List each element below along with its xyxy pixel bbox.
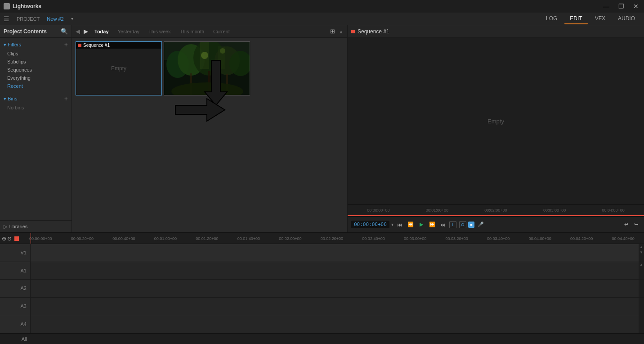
track-content-a3[interactable] [31, 298, 639, 315]
sidebar-item-sequences[interactable]: Sequences [0, 66, 72, 74]
timeline-bottom: All [0, 333, 644, 344]
filters-section: ▾ Filters + Clips Subclips Sequences Eve… [0, 38, 72, 92]
track-label-v1: V1 [0, 244, 31, 262]
libraries-section[interactable]: ▷ Libraries [0, 220, 72, 232]
track-v1-scroll-down[interactable]: ▼ [639, 249, 644, 255]
timeline-playhead [31, 233, 31, 244]
tab-audio[interactable]: AUDIO [613, 14, 640, 24]
tab-vfx[interactable]: VFX [590, 14, 611, 24]
track-v1-scroll-up[interactable]: ▲ [639, 244, 644, 249]
sidebar-item-everything[interactable]: Everything [0, 74, 72, 82]
maximize-button[interactable]: ❐ [617, 2, 626, 11]
ruler-mark-10: 00:03:20+00 [436, 236, 478, 241]
ruler-mark-2: 00:00:40+00 [103, 236, 145, 241]
tc-mark-2: 00:02:00+00 [467, 208, 525, 213]
search-icon[interactable]: 🔍 [61, 28, 68, 35]
timeline: ⊕ ⊖ 00:00:00+00 00:00:20+00 00:00:40+00 … [0, 232, 644, 344]
view-toggle-button[interactable]: ⊞ [330, 28, 335, 35]
filters-add-button[interactable]: + [64, 41, 68, 48]
libraries-label: ▷ [4, 224, 9, 229]
track-content-a4[interactable] [31, 315, 639, 333]
sidebar-item-subclips[interactable]: Subclips [0, 58, 72, 66]
filter-yesterday[interactable]: Yesterday [115, 28, 143, 35]
ruler-mark-1: 00:00:20+00 [62, 236, 103, 241]
sidebar-header: Project Contents 🔍 [0, 25, 72, 38]
track-row-a2: A2 [0, 280, 644, 298]
sidebar-item-clips[interactable]: Clips [0, 50, 72, 58]
all-label: All [0, 336, 31, 342]
nav-forward-button[interactable]: ▶ [84, 28, 88, 35]
filters-header: ▾ Filters + [0, 40, 72, 50]
filters-label[interactable]: ▾ Filters [4, 42, 21, 48]
zoom-controls: ⊕ ⊖ [0, 235, 13, 242]
svg-point-14 [201, 52, 208, 59]
preview-header: Sequence #1 [348, 25, 644, 38]
step-forward-button[interactable]: ⏩ [428, 220, 437, 229]
project-name[interactable]: New #2 [47, 16, 63, 22]
clip-label-sequence-1: Sequence #1 [76, 42, 161, 49]
track-content-v1[interactable] [31, 244, 639, 262]
redo-button[interactable]: ↪ [631, 220, 640, 229]
clip-sequence-1[interactable]: Sequence #1 Empty [76, 41, 162, 95]
go-to-start-button[interactable]: ⏮ [395, 220, 404, 229]
filter-this-week[interactable]: This week [146, 28, 174, 35]
undo-redo: ↩ ↪ [622, 220, 640, 229]
audio-button[interactable]: 🎤 [476, 220, 485, 229]
scroll-up-button[interactable]: ▲ [339, 29, 344, 34]
app-menu-icon[interactable]: ☰ [4, 15, 9, 23]
minimize-button[interactable]: — [601, 2, 611, 11]
svg-marker-17 [175, 99, 225, 121]
titlebar-controls: — ❐ ✕ [601, 2, 640, 11]
svg-rect-13 [164, 42, 250, 95]
ruler-mark-13: 00:04:20+00 [561, 236, 603, 241]
track-a1-scroll-up[interactable]: ▲ [639, 262, 644, 267]
tc-mark-1: 00:01:00+00 [408, 208, 466, 213]
close-button[interactable]: ✕ [631, 2, 640, 11]
tc-mark-0: 00:00:00+00 [349, 208, 407, 213]
undo-button[interactable]: ↩ [622, 220, 631, 229]
track-row-v1: V1 ▲ ▼ [0, 244, 644, 262]
timeline-red-marker [14, 236, 19, 241]
project-dropdown-icon[interactable]: ▾ [71, 16, 73, 21]
preview-red-dot [351, 30, 355, 33]
tab-log[interactable]: LOG [541, 14, 563, 24]
sidebar-item-recent[interactable]: Recent [0, 82, 72, 90]
timecode-display[interactable]: 00:00:00+00 [351, 221, 389, 228]
project-label: PROJECT [17, 16, 40, 22]
filter-today[interactable]: Today [92, 28, 112, 35]
bins-add-button[interactable]: + [64, 95, 68, 102]
filter-current[interactable]: Current [210, 28, 233, 35]
timecode-dropdown-icon[interactable]: ▾ [391, 222, 394, 227]
clip-button[interactable]: ■ [468, 222, 474, 228]
clip-nature-video[interactable]: 1 minute relaxing video with nature - A … [164, 41, 250, 95]
ruler-mark-0: 00:00:00+00 [20, 236, 62, 241]
track-label-a4: A4 [0, 315, 31, 333]
ruler-mark-12: 00:04:00+00 [519, 236, 561, 241]
preview-screen: Empty [348, 38, 644, 204]
timeline-ruler: ⊕ ⊖ 00:00:00+00 00:00:20+00 00:00:40+00 … [0, 233, 644, 244]
filter-this-month[interactable]: This month [177, 28, 207, 35]
sidebar: Project Contents 🔍 ▾ Filters + Clips Sub… [0, 25, 72, 232]
mark-in-button[interactable]: I [449, 221, 456, 228]
tab-edit[interactable]: EDIT [564, 14, 587, 24]
clip-red-dot [78, 44, 81, 47]
bins-label[interactable]: ▾ Bins [4, 96, 17, 102]
zoom-out-button[interactable]: ⊖ [7, 235, 12, 242]
mark-out-button[interactable]: O [459, 221, 466, 228]
ruler-mark-5: 00:01:40+00 [228, 236, 270, 241]
zoom-in-button[interactable]: ⊕ [2, 235, 6, 242]
track-content-a2[interactable] [31, 280, 639, 297]
go-to-end-button[interactable]: ⏭ [438, 220, 447, 229]
play-button[interactable]: ▶ [417, 220, 426, 229]
nav-tabs: LOG EDIT VFX AUDIO [541, 14, 640, 24]
ruler-mark-8: 00:02:40+00 [353, 236, 394, 241]
titlebar: Lightworks — ❐ ✕ [0, 0, 644, 13]
timeline-ruler-marks: 00:00:00+00 00:00:20+00 00:00:40+00 00:0… [20, 236, 644, 241]
no-bins-label: No bins [0, 104, 72, 112]
clip-title-sequence-1: Sequence #1 [83, 43, 110, 48]
nav-back-button[interactable]: ◀ [76, 28, 80, 35]
track-content-a1[interactable] [31, 262, 639, 280]
app-title: Lightworks [13, 3, 41, 9]
step-back-button[interactable]: ⏪ [406, 220, 415, 229]
svg-point-15 [220, 48, 225, 54]
